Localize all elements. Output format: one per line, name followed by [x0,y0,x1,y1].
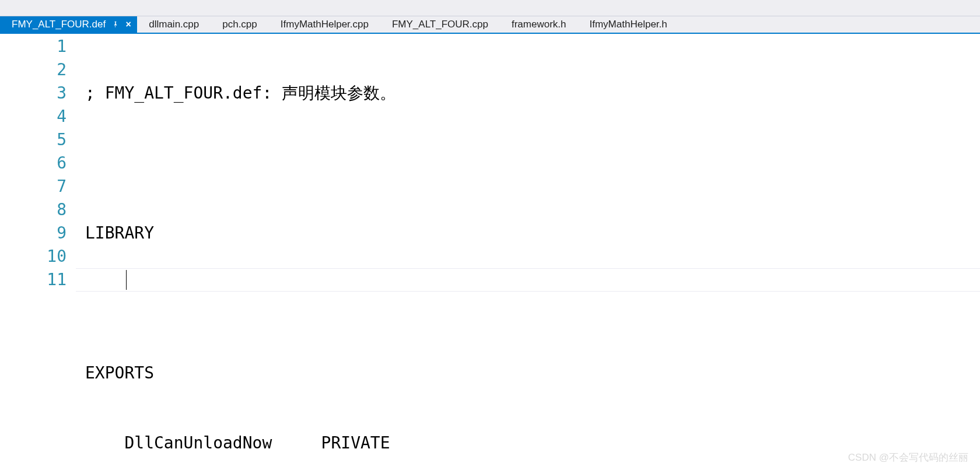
tab-dllmain-cpp[interactable]: dllmain.cpp [137,16,211,33]
text-caret [126,270,127,290]
pin-icon[interactable] [111,20,120,29]
tab-label: framework.h [512,19,566,30]
line-number: 8 [0,198,66,222]
line-number: 2 [0,58,66,82]
line-number: 9 [0,222,66,245]
close-icon[interactable]: × [124,20,132,29]
line-number: 11 [0,268,66,292]
line-number: 6 [0,152,66,175]
tab-pch-cpp[interactable]: pch.cpp [211,16,269,33]
tab-label: dllmain.cpp [149,19,199,30]
line-number-gutter: 1 2 3 4 5 6 7 8 9 10 11 [0,34,76,470]
tab-label: IfmyMathHelper.h [590,19,667,30]
code-line [85,152,980,175]
tab-framework-h[interactable]: framework.h [500,16,578,33]
tab-label: FMY_ALT_FOUR.cpp [392,19,488,30]
tab-bar: FMY_ALT_FOUR.def × dllmain.cpp pch.cpp I… [0,16,980,34]
tab-ifmymathhelper-cpp[interactable]: IfmyMathHelper.cpp [269,16,380,33]
current-line-highlight [76,268,980,292]
tab-label: IfmyMathHelper.cpp [281,19,369,30]
tab-fmy-alt-four-cpp[interactable]: FMY_ALT_FOUR.cpp [380,16,500,33]
line-number: 1 [0,35,66,58]
tab-label: FMY_ALT_FOUR.def [12,19,106,30]
tab-ifmymathhelper-h[interactable]: IfmyMathHelper.h [578,16,679,33]
toolbar-spacer [0,0,980,16]
code-line: ; FMY_ALT_FOUR.def: 声明模块参数。 [85,82,980,105]
code-area[interactable]: ; FMY_ALT_FOUR.def: 声明模块参数。 LIBRARY EXPO… [76,34,980,470]
line-number: 10 [0,245,66,268]
line-number: 5 [0,128,66,152]
code-line: EXPORTS [85,362,980,385]
tab-label: pch.cpp [222,19,257,30]
code-line: DllCanUnloadNow PRIVATE [85,432,980,455]
tab-fmy-alt-four-def[interactable]: FMY_ALT_FOUR.def × [0,16,137,33]
code-line [85,292,980,315]
line-number: 7 [0,175,66,198]
line-number: 3 [0,82,66,105]
line-number: 4 [0,105,66,128]
code-editor[interactable]: 1 2 3 4 5 6 7 8 9 10 11 ; FMY_ALT_FOUR.d… [0,34,980,470]
code-line: LIBRARY [85,222,980,245]
